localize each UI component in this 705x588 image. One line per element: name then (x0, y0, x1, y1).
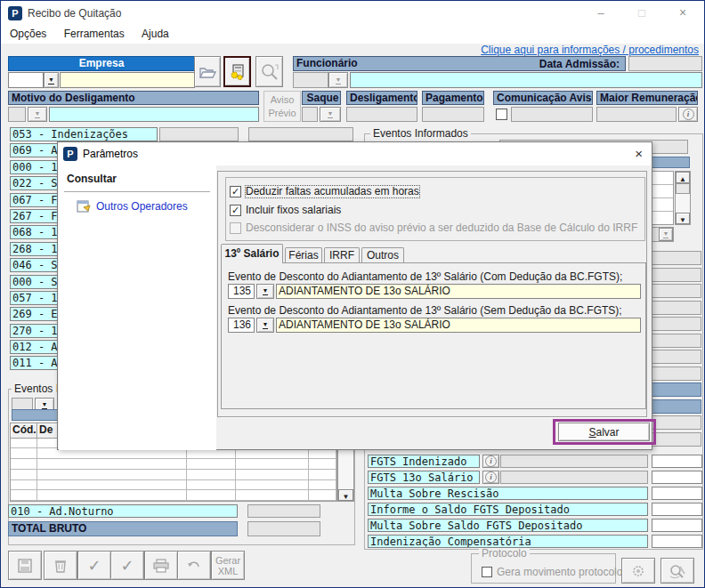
evento-code-field[interactable]: 136 (228, 318, 255, 333)
fgts-info-button[interactable] (482, 471, 499, 484)
window-title: Recibo de Quitação (28, 7, 121, 20)
dialog-nav-pane: Consultar Outros Operadores (59, 165, 216, 450)
fgts-row-label: FGTS Indenizado (368, 455, 480, 468)
evento-desc-field[interactable]: ADIANTAMENTO DE 13o SALÁRIO (276, 284, 641, 299)
tab-panel-13-salario: Evento de Desconto do Adiantamento de 13… (221, 262, 646, 409)
operators-form-icon (77, 199, 91, 213)
fgts-info-button[interactable] (482, 455, 499, 468)
saque-field (302, 107, 318, 122)
table-row (11, 470, 336, 480)
value-box (652, 350, 701, 364)
menu-opcoes[interactable]: Opções (3, 26, 53, 42)
fgts-row-label: Multa Sobre Saldo FGTS Depositado (368, 519, 648, 532)
desconsiderar-inss-checkbox (230, 222, 241, 234)
dropdown-icon (48, 77, 54, 85)
scrollbar-thumb[interactable] (676, 183, 690, 194)
desligamento-field (346, 107, 417, 122)
value-box (652, 317, 701, 331)
empresa-dropdown-button[interactable] (44, 72, 59, 88)
app-window: P Recibo de Quitação – □ × Opções Ferram… (0, 0, 705, 588)
dialog-close-icon[interactable]: × (635, 146, 643, 161)
salvar-highlight-annotation (553, 419, 656, 445)
deduzir-faltas-label[interactable]: Deduzir faltas acumuladas em horas (246, 186, 419, 197)
total-bruto-bar: TOTAL BRUTO (8, 521, 238, 536)
funcionario-name-field[interactable] (350, 72, 702, 88)
trash-icon (53, 558, 68, 574)
maximize-icon: □ (635, 6, 649, 20)
protocol-stamp-icon (631, 564, 645, 578)
protocol-search-button (660, 558, 694, 584)
dropdown-icon (328, 110, 334, 118)
print-button (144, 551, 178, 580)
confirm-button: ✓ (77, 551, 111, 580)
fgts-value-field[interactable] (652, 535, 702, 548)
table-row (11, 490, 336, 501)
open-folder-button[interactable] (194, 56, 221, 87)
evento-dropdown-button[interactable] (256, 318, 274, 333)
motivo-desc-field[interactable] (49, 107, 259, 122)
protocolo-checkbox[interactable] (482, 567, 492, 577)
scroll-down-icon[interactable] (338, 489, 353, 501)
fgts-disabled-field (500, 455, 648, 468)
title-bar: P Recibo de Quitação – □ × (1, 1, 704, 26)
delete-button (44, 551, 77, 580)
saque-header: Saque (302, 91, 341, 105)
gerar-xml-label: Gerar XML (213, 555, 243, 576)
menu-ferramentas[interactable]: Ferramentas (57, 26, 132, 42)
eventos-right-scrollbar[interactable] (675, 171, 691, 225)
fgts-value-field[interactable] (652, 471, 702, 484)
tab-outros[interactable]: Outros (361, 247, 404, 263)
comunicacao-checkbox[interactable] (496, 109, 507, 120)
incluir-fixos-checkbox[interactable] (230, 205, 241, 216)
evento-desc-field[interactable]: ADIANTAMENTO DE 13o SALÁRIO (276, 318, 641, 333)
verba-row[interactable]: 053 - Indenizações (10, 127, 158, 141)
empresa-header: Empresa (8, 56, 195, 71)
info-link[interactable]: Clique aqui para informações / procedime… (481, 44, 699, 56)
fgts-row-label: FGTS 13o Salário (368, 471, 480, 484)
menu-bar: Opções Ferramentas Ajuda (1, 26, 704, 44)
undo-icon (186, 560, 202, 572)
tab-ferias[interactable]: Férias (285, 247, 322, 263)
total-value-box (652, 383, 701, 397)
adnoturno-row[interactable]: 010 - Ad.Noturno (8, 504, 238, 518)
dropdown-icon (263, 287, 269, 295)
funcionario-header: Funcionário Data Admissão: (293, 56, 626, 71)
save-button (8, 551, 42, 580)
tab-irrf[interactable]: IRRF (324, 247, 360, 263)
process-button[interactable] (223, 56, 251, 87)
value-box (652, 251, 701, 265)
desligamento-header: Desligamento (346, 91, 417, 105)
tab-13-salario[interactable]: 13º Salário (221, 244, 283, 263)
dropdown-icon (263, 321, 269, 329)
incluir-fixos-label[interactable]: Incluir fixos salariais (246, 205, 341, 216)
app-logo-icon: P (8, 6, 22, 20)
protocolo-checkbox-label: Gera movimento protocolo (497, 566, 622, 578)
verba-value-box (248, 127, 353, 141)
nav-item-outros-operadores[interactable]: Outros Operadores (96, 200, 188, 213)
fgts-value-field[interactable] (652, 519, 702, 532)
value-box (652, 268, 701, 282)
empresa-code-field[interactable] (8, 72, 44, 88)
info-icon (485, 455, 497, 467)
funcionario-dropdown-button (328, 72, 348, 88)
maior-remuneracao-info-button[interactable] (678, 107, 698, 122)
confirm-all-button: ✓ (110, 551, 144, 580)
dropdown-icon (659, 228, 673, 241)
verba-value-box (159, 127, 239, 141)
fgts-value-field[interactable] (652, 487, 702, 500)
evento-code-field[interactable]: 135 (228, 284, 255, 299)
menu-ajuda[interactable]: Ajuda (134, 26, 176, 42)
scroll-down-icon[interactable] (676, 213, 690, 224)
empresa-name-field[interactable] (60, 72, 195, 88)
fgts-row-label: Informe o Saldo FGTS Depositado (368, 503, 648, 516)
protocolo-label: Protocolo (479, 548, 530, 559)
fgts-value-field[interactable] (652, 455, 702, 468)
evento-dropdown-button[interactable] (256, 284, 274, 299)
fgts-value-field[interactable] (652, 503, 702, 516)
scroll-up-icon[interactable] (676, 172, 690, 183)
deduzir-faltas-checkbox[interactable] (230, 186, 241, 197)
minimize-icon[interactable]: – (594, 6, 608, 20)
close-icon[interactable]: × (676, 6, 690, 20)
table-row (11, 448, 336, 459)
protocol-stamp-button (621, 558, 655, 584)
